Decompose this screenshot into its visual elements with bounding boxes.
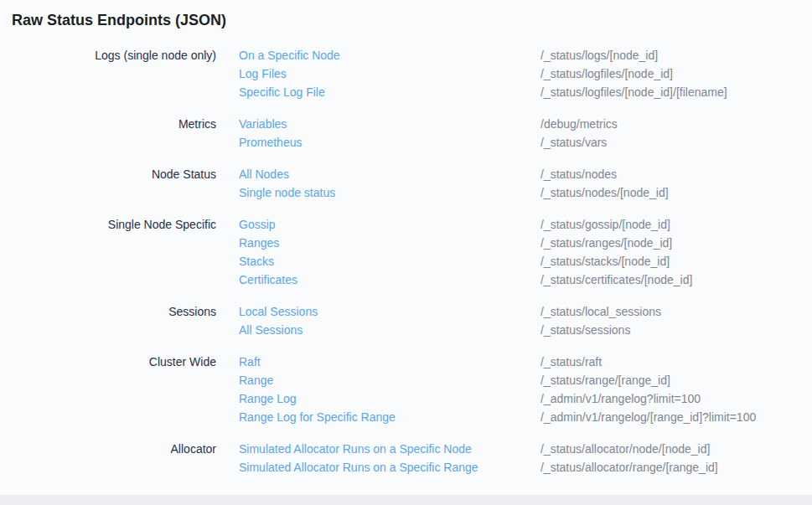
endpoint-path: /_status/raft — [540, 353, 812, 371]
endpoint-link[interactable]: Local Sessions — [239, 302, 540, 321]
paths-column: /_status/logs/[node_id]/_status/logfiles… — [540, 46, 812, 101]
endpoint-link[interactable]: Range Log — [239, 389, 540, 408]
endpoint-link[interactable]: Specific Log File — [239, 83, 540, 101]
endpoint-path: /_admin/v1/rangelog/[range_id]?limit=100 — [540, 408, 812, 426]
endpoint-section: Logs (single node only)On a Specific Nod… — [0, 46, 812, 101]
endpoint-path: /_status/nodes — [540, 165, 812, 183]
paths-column: /_status/nodes/_status/nodes/[node_id] — [540, 165, 812, 202]
links-column: All NodesSingle node status — [216, 165, 540, 202]
endpoint-link[interactable]: Prometheus — [239, 133, 540, 152]
links-column: Simulated Allocator Runs on a Specific N… — [216, 440, 540, 477]
paths-column: /_status/raft/_status/range/[range_id]/_… — [540, 353, 812, 426]
endpoint-link[interactable]: Single node status — [239, 183, 540, 202]
category-label: Single Node Specific — [0, 215, 216, 289]
links-column: VariablesPrometheus — [216, 115, 540, 152]
endpoint-link[interactable]: All Sessions — [239, 321, 540, 339]
endpoint-link[interactable]: Ranges — [239, 234, 540, 252]
endpoint-path: /_status/logfiles/[node_id] — [540, 64, 812, 83]
links-column: Local SessionsAll Sessions — [216, 302, 540, 339]
links-column: On a Specific NodeLog FilesSpecific Log … — [216, 46, 540, 101]
endpoint-path: /debug/metrics — [540, 115, 812, 133]
endpoint-path: /_status/gossip/[node_id] — [540, 215, 812, 234]
endpoint-path: /_status/nodes/[node_id] — [540, 183, 812, 202]
endpoint-link[interactable]: Certificates — [239, 271, 540, 289]
endpoint-section: SessionsLocal SessionsAll Sessions/_stat… — [0, 302, 812, 339]
debug-page: Raw Status Endpoints (JSON) Logs (single… — [0, 0, 812, 495]
category-label: Cluster Wide — [0, 353, 216, 426]
endpoint-section: Node StatusAll NodesSingle node status/_… — [0, 165, 812, 202]
paths-column: /_status/gossip/[node_id]/_status/ranges… — [540, 215, 812, 289]
endpoint-link[interactable]: Range — [239, 371, 540, 389]
endpoint-path: /_status/allocator/range/[range_id] — [540, 458, 812, 477]
category-label: Node Status — [0, 165, 216, 202]
endpoint-link[interactable]: Raft — [239, 353, 540, 371]
endpoints-table: Logs (single node only)On a Specific Nod… — [0, 46, 812, 477]
endpoint-path: /_status/allocator/node/[node_id] — [540, 440, 812, 458]
links-column: RaftRangeRange LogRange Log for Specific… — [216, 353, 540, 426]
endpoint-link[interactable]: Simulated Allocator Runs on a Specific N… — [239, 440, 540, 458]
paths-column: /_status/local_sessions/_status/sessions — [540, 302, 812, 339]
endpoint-link[interactable]: All Nodes — [239, 165, 540, 183]
endpoint-link[interactable]: Simulated Allocator Runs on a Specific R… — [239, 458, 540, 477]
endpoint-section: AllocatorSimulated Allocator Runs on a S… — [0, 440, 812, 477]
endpoint-link[interactable]: Log Files — [239, 64, 540, 83]
category-label: Metrics — [0, 115, 216, 152]
endpoint-path: /_status/logs/[node_id] — [540, 46, 812, 64]
paths-column: /_status/allocator/node/[node_id]/_statu… — [540, 440, 812, 477]
endpoint-path: /_status/logfiles/[node_id]/[filename] — [540, 83, 812, 101]
endpoint-link[interactable]: Stacks — [239, 252, 540, 271]
category-label: Sessions — [0, 302, 216, 339]
links-column: GossipRangesStacksCertificates — [216, 215, 540, 289]
endpoint-path: /_status/local_sessions — [540, 302, 812, 321]
endpoint-path: /_admin/v1/rangelog?limit=100 — [540, 389, 812, 408]
category-label: Allocator — [0, 440, 216, 477]
endpoint-path: /_status/ranges/[node_id] — [540, 234, 812, 252]
endpoint-path: /_status/stacks/[node_id] — [540, 252, 812, 271]
page-title: Raw Status Endpoints (JSON) — [12, 11, 812, 29]
endpoint-section: Single Node SpecificGossipRangesStacksCe… — [0, 215, 812, 289]
endpoint-section: MetricsVariablesPrometheus/debug/metrics… — [0, 115, 812, 152]
endpoint-link[interactable]: Gossip — [239, 215, 540, 234]
endpoint-path: /_status/range/[range_id] — [540, 371, 812, 389]
paths-column: /debug/metrics/_status/vars — [540, 115, 812, 152]
endpoint-section: Cluster WideRaftRangeRange LogRange Log … — [0, 353, 812, 426]
endpoint-path: /_status/vars — [540, 133, 812, 152]
endpoint-link[interactable]: Variables — [239, 115, 540, 133]
endpoint-link[interactable]: On a Specific Node — [239, 46, 540, 64]
category-label: Logs (single node only) — [0, 46, 216, 101]
endpoint-link[interactable]: Range Log for Specific Range — [239, 408, 540, 426]
endpoint-path: /_status/sessions — [540, 321, 812, 339]
endpoint-path: /_status/certificates/[node_id] — [540, 271, 812, 289]
